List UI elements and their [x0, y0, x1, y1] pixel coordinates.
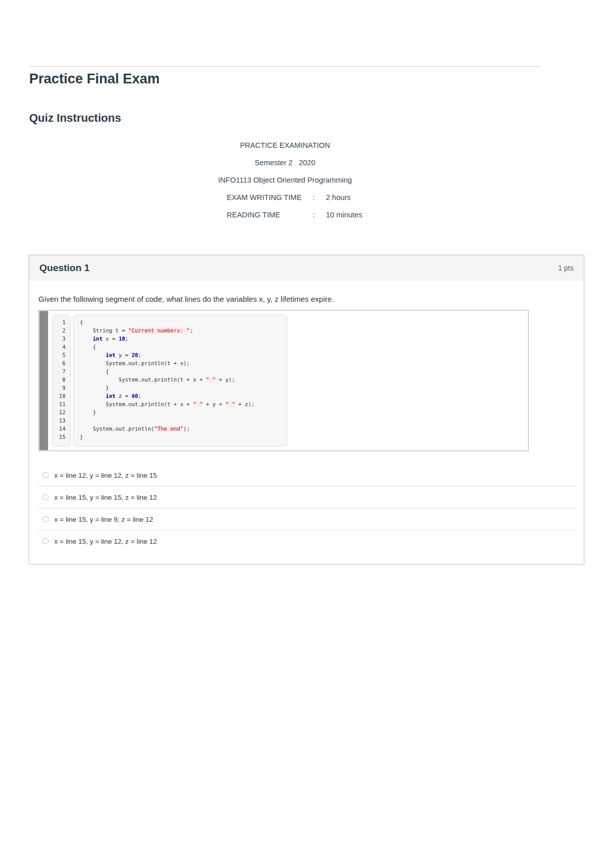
line-number: 10 [53, 392, 65, 400]
line-number: 3 [53, 335, 65, 343]
page-title: Practice Final Exam [29, 71, 160, 87]
exam-time-colon: : [313, 194, 326, 202]
line-number: 6 [53, 359, 65, 367]
line-number: 1 [53, 318, 65, 326]
radio-button-icon[interactable] [42, 516, 49, 522]
line-number: 12 [53, 408, 65, 416]
answer-option[interactable]: x = line 12, y = line 12, z = line 15 [38, 464, 576, 486]
exam-time-row: EXAM WRITING TIME : 2 hours [227, 194, 541, 202]
options-list: x = line 12, y = line 12, z = line 15 x … [38, 464, 576, 552]
exam-time-value: 10 minutes [326, 211, 362, 219]
line-number: 14 [53, 425, 65, 433]
quiz-instructions-heading: Quiz Instructions [29, 112, 121, 125]
code-line: String t = "Current numbers: "; [80, 326, 287, 335]
exam-time-label: READING TIME [227, 211, 313, 219]
exam-time-colon: : [313, 211, 326, 219]
code-line: { [80, 367, 287, 375]
question-prompt: Given the following segment of code, wha… [38, 295, 575, 303]
answer-option[interactable]: x = line 15, y = line 15, z = line 12 [38, 486, 576, 508]
question-title: Question 1 [39, 262, 90, 274]
line-number: 2 [53, 326, 65, 335]
line-number: 13 [53, 416, 65, 425]
line-number: 4 [53, 343, 65, 351]
line-number: 9 [53, 384, 65, 392]
line-number: 15 [53, 433, 65, 441]
line-number: 7 [53, 367, 65, 375]
code-line: System.out.println(t + x + " " + y); [80, 375, 287, 384]
question-points: 1 pts [558, 264, 574, 272]
code-line: int x = 10; [80, 335, 287, 343]
code-line: { [80, 343, 287, 351]
line-number: 5 [53, 351, 65, 359]
code-line [80, 416, 287, 425]
code-line: } [80, 408, 287, 416]
question-body: Given the following segment of code, wha… [29, 295, 584, 552]
code-lines: { String t = "Current numbers: "; int x … [73, 315, 287, 447]
code-line: int z = 60; [80, 392, 287, 400]
exam-course: INFO1113 Object Oriented Programming [29, 176, 541, 184]
line-numbers: 123456789101112131415 [52, 315, 71, 447]
code-line: int y = 20; [80, 351, 287, 359]
exam-semester: Semester 2 2020 [29, 159, 541, 167]
code-line: { [80, 318, 287, 326]
code-line: System.out.println(t + x + " " + y + " "… [80, 400, 287, 408]
top-divider [29, 66, 541, 67]
exam-time-value: 2 hours [326, 194, 350, 202]
code-container: 123456789101112131415 { String t = "Curr… [38, 310, 529, 451]
exam-time-label: EXAM WRITING TIME [227, 194, 313, 202]
code-line: System.out.println("The end"); [80, 425, 287, 433]
answer-option[interactable]: x = line 15, y = line 12, z = line 12 [38, 530, 576, 552]
exam-time-row: READING TIME : 10 minutes [227, 211, 541, 219]
code-line: } [80, 433, 287, 441]
exam-title: PRACTICE EXAMINATION [29, 142, 541, 149]
answer-option[interactable]: x = line 15, y = line 9, z = line 12 [38, 508, 576, 530]
radio-button-icon[interactable] [42, 472, 49, 478]
option-label: x = line 15, y = line 9, z = line 12 [54, 516, 153, 523]
line-number: 11 [53, 400, 65, 408]
radio-button-icon[interactable] [42, 538, 49, 544]
code-line: System.out.println(t + x); [80, 359, 287, 367]
question-box: Question 1 1 pts Given the following seg… [29, 255, 584, 565]
option-label: x = line 15, y = line 15, z = line 12 [54, 494, 157, 501]
code-line: } [80, 384, 287, 392]
question-header: Question 1 1 pts [29, 255, 584, 281]
radio-button-icon[interactable] [42, 494, 49, 500]
exam-times: EXAM WRITING TIME : 2 hours READING TIME… [29, 194, 541, 219]
line-number: 8 [53, 375, 65, 384]
quiz-page: Practice Final Exam Quiz Instructions PR… [0, 0, 614, 868]
code-left-bar [39, 311, 48, 450]
option-label: x = line 15, y = line 12, z = line 12 [54, 538, 157, 545]
exam-info: PRACTICE EXAMINATION Semester 2 2020 INF… [29, 142, 541, 229]
option-label: x = line 12, y = line 12, z = line 15 [54, 472, 157, 479]
